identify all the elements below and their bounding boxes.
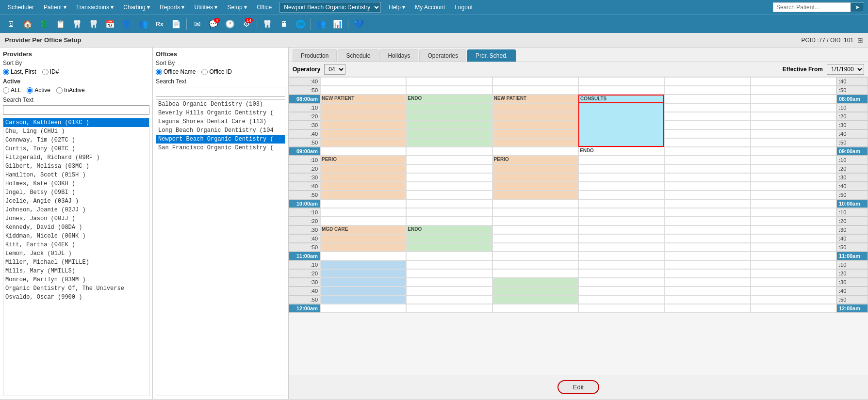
- grid-cell[interactable]: [664, 252, 750, 260]
- provider-item[interactable]: Hamilton, Scott (01SH ): [3, 171, 149, 179]
- grid-cell[interactable]: [406, 182, 492, 191]
- grid-cell[interactable]: [578, 295, 664, 304]
- grid-cell[interactable]: [406, 217, 492, 225]
- grid-cell[interactable]: [492, 243, 578, 252]
- sort-office-name-label[interactable]: Office Name: [156, 68, 196, 75]
- grid-cell[interactable]: [492, 103, 578, 112]
- grid-cell[interactable]: [664, 287, 750, 295]
- grid-cell[interactable]: [751, 164, 836, 173]
- rx-icon[interactable]: Rx: [152, 17, 167, 32]
- provider-item[interactable]: Curtis, Tony (00TC ): [3, 144, 149, 153]
- provider-item[interactable]: Kitt, Eartha (04EK ): [3, 240, 149, 249]
- grid-cell[interactable]: [578, 199, 664, 208]
- grid-cell[interactable]: [751, 156, 836, 164]
- provider-item[interactable]: Jones, Jason (00JJ ): [3, 214, 149, 223]
- grid-cell[interactable]: [406, 138, 492, 147]
- grid-cell[interactable]: [406, 77, 492, 86]
- grid-cell[interactable]: [664, 95, 750, 103]
- grid-cell[interactable]: [751, 103, 836, 112]
- grid-cell[interactable]: [664, 147, 750, 156]
- grid-cell[interactable]: [751, 77, 836, 86]
- grid-cell[interactable]: [492, 287, 578, 295]
- grid-cell[interactable]: [320, 103, 406, 112]
- tab-holidays[interactable]: Holidays: [379, 49, 418, 62]
- grid-cell[interactable]: [664, 199, 750, 208]
- grid-cell[interactable]: [320, 287, 406, 295]
- grid-cell[interactable]: [578, 243, 664, 252]
- grid-cell[interactable]: [578, 287, 664, 295]
- provider-item[interactable]: Kennedy, David (08DA ): [3, 223, 149, 232]
- settings-icon[interactable]: ⚙14: [239, 17, 254, 32]
- heart-icon[interactable]: 💙: [351, 17, 366, 32]
- grid-cell[interactable]: [320, 182, 406, 191]
- grid-cell[interactable]: [664, 138, 750, 147]
- sort-id-radio[interactable]: [42, 69, 49, 75]
- grid-cell[interactable]: [578, 121, 664, 129]
- radio-all[interactable]: [3, 87, 9, 94]
- grid-cell[interactable]: [406, 129, 492, 138]
- grid-cell[interactable]: [578, 234, 664, 243]
- grid-cell[interactable]: [320, 191, 406, 199]
- grid-cell[interactable]: PERIO: [492, 156, 578, 164]
- radio-inactive-label[interactable]: InActive: [56, 87, 85, 94]
- person-add-icon[interactable]: 👤: [119, 17, 134, 32]
- grid-cell[interactable]: [492, 278, 578, 287]
- grid-cell[interactable]: [664, 234, 750, 243]
- grid-cell[interactable]: [578, 112, 664, 121]
- offices-search-input[interactable]: [156, 87, 285, 96]
- grid-cell[interactable]: [751, 234, 836, 243]
- grid-cell[interactable]: [406, 103, 492, 112]
- grid-cell[interactable]: [320, 147, 406, 156]
- grid-cell[interactable]: [751, 243, 836, 252]
- tooth2-icon[interactable]: 🦷: [86, 17, 101, 32]
- grid-cell[interactable]: [664, 304, 750, 313]
- providers-search-input[interactable]: [3, 105, 149, 115]
- grid-cell[interactable]: [664, 295, 750, 304]
- grid-cell[interactable]: [751, 191, 836, 199]
- grid-cell[interactable]: [492, 225, 578, 234]
- clipboard-icon[interactable]: 📄: [169, 17, 183, 32]
- grid-cell[interactable]: [578, 164, 664, 173]
- grid-cell[interactable]: [320, 243, 406, 252]
- grid-cell[interactable]: [492, 121, 578, 129]
- grid-cell[interactable]: [320, 217, 406, 225]
- grid-cell[interactable]: [406, 191, 492, 199]
- grid-cell[interactable]: MGD CARE: [320, 225, 406, 234]
- grid-cell[interactable]: [578, 138, 664, 147]
- grid-cell[interactable]: [406, 199, 492, 208]
- grid-cell[interactable]: [664, 164, 750, 173]
- grid-cell[interactable]: NEW PATIENT: [320, 95, 406, 103]
- grid-cell[interactable]: [406, 173, 492, 182]
- grid-cell[interactable]: [320, 252, 406, 260]
- operatory-select[interactable]: 04 01 02 03 05 06: [324, 64, 345, 75]
- edit-button[interactable]: Edit: [557, 380, 599, 394]
- grid-cell[interactable]: [492, 77, 578, 86]
- grid-cell[interactable]: [664, 129, 750, 138]
- grid-cell[interactable]: [664, 173, 750, 182]
- grid-cell[interactable]: [492, 147, 578, 156]
- nav-patient[interactable]: Patient ▾: [40, 3, 70, 12]
- provider-item[interactable]: Fitzgerald, Richard (09RF ): [3, 153, 149, 162]
- grid-cell[interactable]: [751, 217, 836, 225]
- grid-cell[interactable]: [320, 173, 406, 182]
- radio-active[interactable]: [27, 87, 33, 94]
- grid-cell[interactable]: [751, 208, 836, 217]
- grid-cell[interactable]: [492, 217, 578, 225]
- grid-cell[interactable]: [664, 103, 750, 112]
- grid-cell[interactable]: [406, 112, 492, 121]
- tab-prdr-sched[interactable]: Prdr. Sched.: [467, 49, 516, 62]
- office-item[interactable]: Balboa Organic Dentistry (103): [156, 100, 285, 109]
- grid-cell[interactable]: [406, 243, 492, 252]
- grid-cell[interactable]: [578, 252, 664, 260]
- radio-inactive[interactable]: [56, 87, 63, 94]
- provider-item[interactable]: Carson, Kathleen (01KC ): [3, 118, 149, 127]
- grid-cell[interactable]: [492, 164, 578, 173]
- tab-production[interactable]: Production: [293, 49, 337, 62]
- search-go-button[interactable]: ➤: [851, 2, 864, 12]
- office-item[interactable]: Beverly Hills Organic Dentistry (: [156, 109, 285, 117]
- grid-cell[interactable]: [320, 199, 406, 208]
- grid-cell[interactable]: [406, 295, 492, 304]
- grid-cell[interactable]: [492, 138, 578, 147]
- office-item[interactable]: Long Beach Organic Dentistry (104: [156, 126, 285, 135]
- provider-item[interactable]: Holmes, Kate (03KH ): [3, 179, 149, 188]
